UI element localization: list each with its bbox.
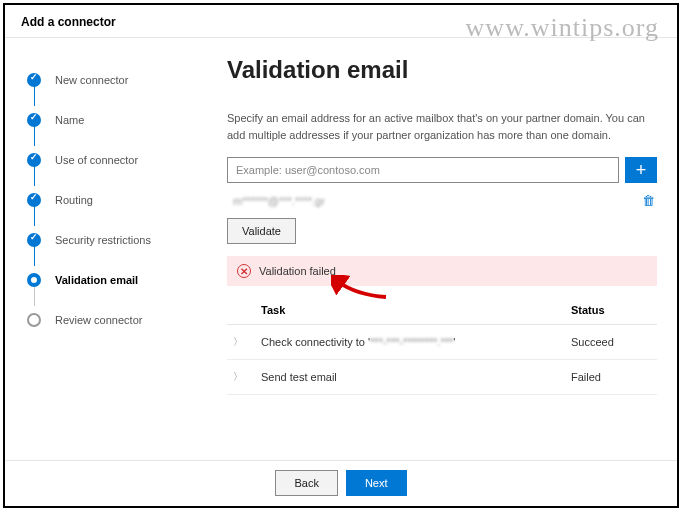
column-task: Task (261, 304, 571, 316)
validation-error-banner: ✕ Validation failed (227, 256, 657, 286)
step-label: Name (55, 114, 84, 126)
validation-task-table: Task Status 〉 Check connectivity to '***… (227, 296, 657, 395)
next-button[interactable]: Next (346, 470, 407, 496)
task-cell: Send test email (261, 371, 571, 383)
task-cell: Check connectivity to '***-***-********.… (261, 336, 571, 348)
pending-step-icon (27, 313, 41, 327)
dialog-footer: Back Next (5, 460, 677, 504)
step-label: Security restrictions (55, 234, 151, 246)
add-button[interactable]: + (625, 157, 657, 183)
step-security-restrictions[interactable]: Security restrictions (27, 220, 195, 260)
table-row: 〉 Send test email Failed (227, 360, 657, 395)
wizard-steps: New connector Name Use of connector Rout… (5, 38, 205, 458)
step-use-of-connector[interactable]: Use of connector (27, 140, 195, 180)
status-cell: Succeed (571, 336, 651, 348)
email-input[interactable] (227, 157, 619, 183)
validate-button[interactable]: Validate (227, 218, 296, 244)
checkmark-icon (27, 233, 41, 247)
dialog-header: Add a connector (5, 5, 677, 38)
added-email-text: m******@***.****.gr (233, 195, 325, 207)
step-review-connector[interactable]: Review connector (27, 300, 195, 340)
step-routing[interactable]: Routing (27, 180, 195, 220)
back-button[interactable]: Back (275, 470, 337, 496)
step-label: Review connector (55, 314, 142, 326)
checkmark-icon (27, 113, 41, 127)
step-name[interactable]: Name (27, 100, 195, 140)
step-label: New connector (55, 74, 128, 86)
table-header: Task Status (227, 296, 657, 325)
chevron-right-icon[interactable]: 〉 (233, 335, 261, 349)
column-status: Status (571, 304, 651, 316)
plus-icon: + (636, 160, 647, 180)
added-email-row: m******@***.****.gr 🗑 (227, 191, 657, 218)
checkmark-icon (27, 73, 41, 87)
step-label: Routing (55, 194, 93, 206)
active-step-icon (27, 273, 41, 287)
checkmark-icon (27, 153, 41, 167)
status-cell: Failed (571, 371, 651, 383)
table-row: 〉 Check connectivity to '***-***-*******… (227, 325, 657, 360)
main-panel: Validation email Specify an email addres… (205, 38, 677, 458)
checkmark-icon (27, 193, 41, 207)
dialog-title: Add a connector (21, 15, 661, 29)
step-label: Use of connector (55, 154, 138, 166)
step-label: Validation email (55, 274, 138, 286)
page-title: Validation email (227, 56, 657, 84)
step-validation-email[interactable]: Validation email (27, 260, 195, 300)
error-text: Validation failed (259, 265, 336, 277)
chevron-right-icon[interactable]: 〉 (233, 370, 261, 384)
step-new-connector[interactable]: New connector (27, 60, 195, 100)
error-icon: ✕ (237, 264, 251, 278)
delete-icon[interactable]: 🗑 (642, 193, 655, 208)
page-description: Specify an email address for an active m… (227, 110, 657, 143)
